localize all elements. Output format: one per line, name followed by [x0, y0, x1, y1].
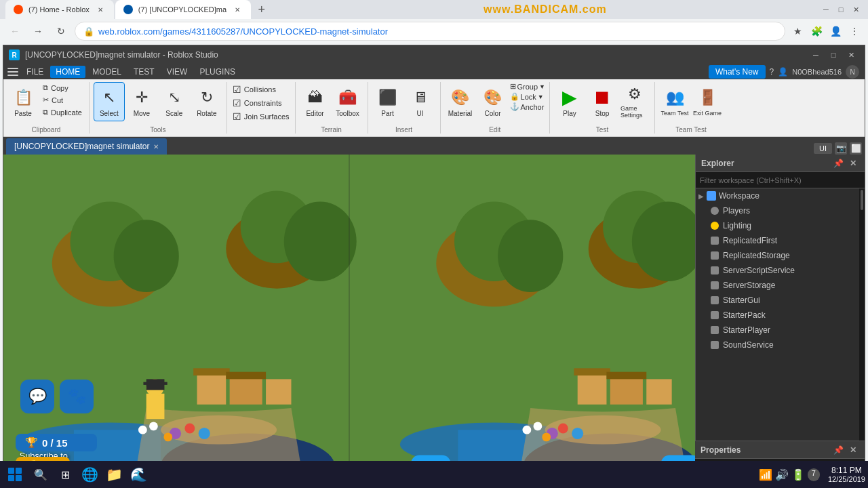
properties-close-icon[interactable]: ✕	[847, 444, 859, 456]
svg-rect-27	[226, 372, 266, 380]
part-button[interactable]: ⬛ Part	[372, 82, 403, 121]
tree-item-starter-pack[interactable]: StarterPack	[696, 308, 859, 323]
taskbar-search[interactable]: 🔍	[30, 464, 52, 485]
paste-button[interactable]: 📋 Paste	[7, 82, 39, 121]
group-button[interactable]: ⊞ Group ▼	[510, 82, 546, 91]
start-button[interactable]	[3, 462, 27, 487]
tree-item-starter-gui[interactable]: StarterGui	[696, 293, 859, 308]
notification-badge[interactable]: 7	[808, 468, 820, 481]
browser-tab-studio[interactable]: (7) [UNCOPYLOCKED]magnet si... ✕	[115, 0, 251, 19]
close-button[interactable]: ✕	[849, 3, 863, 16]
extension-icon[interactable]: 🧩	[808, 23, 825, 39]
minimize-button[interactable]: ─	[819, 3, 833, 16]
team-test-button[interactable]: 👥 Team Test	[659, 82, 690, 121]
play-button[interactable]: ▶ Play	[554, 82, 585, 121]
scale-button[interactable]: ⤡ Scale	[159, 82, 190, 121]
account-icon[interactable]: 👤	[827, 23, 844, 39]
tree-item-replicated-first[interactable]: ReplicatedFirst	[696, 233, 859, 248]
tab-close-home[interactable]: ✕	[95, 4, 106, 15]
constraints-button[interactable]: ☑ Constraints	[231, 97, 291, 109]
material-button[interactable]: 🎨 Material	[445, 82, 476, 121]
screenshot-icon[interactable]: ⬜	[850, 142, 862, 155]
studio-minimize-btn[interactable]: ─	[808, 47, 824, 62]
server-script-icon	[709, 265, 720, 276]
forward-button[interactable]: →	[28, 22, 47, 41]
tree-item-server-script-service[interactable]: ServerScriptService	[696, 263, 859, 278]
explorer-close-icon[interactable]: ✕	[847, 157, 859, 169]
game-settings-button[interactable]: ⚙ Game Settings	[619, 82, 650, 121]
refresh-button[interactable]: ↻	[52, 22, 71, 41]
team-test-section-label: Team Test	[675, 125, 706, 134]
studio-maximize-btn[interactable]: □	[825, 47, 842, 62]
menu-file[interactable]: FILE	[21, 66, 49, 78]
svg-point-43	[572, 428, 583, 439]
help-icon[interactable]: ?	[770, 67, 774, 77]
editor-button[interactable]: 🏔 Editor	[300, 82, 331, 121]
camera-icon[interactable]: 📷	[835, 142, 847, 155]
menu-model[interactable]: MODEL	[87, 66, 127, 78]
studio-window-controls: ─ □ ✕	[808, 47, 859, 62]
tree-item-sound-service[interactable]: SoundService	[696, 338, 859, 352]
ui-view-button[interactable]: UI	[814, 143, 832, 154]
menu-plugins[interactable]: PLUGINS	[194, 66, 241, 78]
exit-game-button[interactable]: 🚪 Exit Game	[692, 82, 723, 121]
select-button[interactable]: ↖ Select	[94, 82, 125, 121]
ui-label: UI	[417, 110, 424, 117]
copy-button[interactable]: ⧉ Copy	[40, 82, 85, 94]
stop-button[interactable]: ⏹ Stop	[587, 82, 618, 121]
tree-item-starter-player[interactable]: StarterPlayer	[696, 323, 859, 338]
lock-button[interactable]: 🔒 Lock ▼	[510, 92, 546, 101]
ui-button[interactable]: 🖥 UI	[405, 82, 436, 121]
game-viewport[interactable]: 🐦 🏪 🐦 🏪	[3, 155, 695, 488]
tab-close-studio[interactable]: ✕	[232, 4, 243, 15]
address-box[interactable]: 🔒 web.roblox.com/games/4311605287/UNCOPY…	[75, 22, 785, 41]
svg-rect-24	[230, 375, 262, 405]
starter-player-icon	[709, 325, 720, 336]
tab-label-home: (7) Home - Roblox	[28, 5, 90, 14]
explorer-search-input[interactable]	[700, 176, 861, 184]
taskbar-chrome[interactable]: 🌐	[79, 464, 100, 485]
join-surfaces-button[interactable]: ☑ Join Surfaces	[231, 110, 291, 123]
hamburger-menu[interactable]	[6, 65, 20, 79]
menu-icon[interactable]: ⋮	[846, 23, 863, 39]
tree-item-replicated-storage[interactable]: ReplicatedStorage	[696, 248, 859, 263]
whats-new-button[interactable]: What's New	[709, 65, 766, 79]
clipboard-col: ⧉ Copy ✂ Cut ⧉ Duplicate	[40, 82, 85, 118]
tree-item-workspace[interactable]: ▶ Workspace	[696, 188, 859, 203]
account-link-icon[interactable]: 👤	[778, 67, 788, 77]
anchor-button[interactable]: ⚓ Anchor	[510, 102, 546, 111]
properties-pin-icon[interactable]: 📌	[832, 444, 844, 456]
cut-button[interactable]: ✂ Cut	[40, 94, 85, 106]
doc-tab-main[interactable]: [UNCOPYLOCKED]magnet simulator ✕	[6, 138, 167, 155]
explorer-scrollbar[interactable]	[859, 188, 865, 441]
doc-tab-close[interactable]: ✕	[153, 143, 159, 150]
taskbar-file-explorer[interactable]: 📁	[103, 464, 125, 485]
taskbar-task-view[interactable]: ⊞	[54, 464, 76, 485]
bookmark-icon[interactable]: ★	[789, 23, 806, 39]
color-button[interactable]: 🎨 Color	[477, 82, 509, 121]
menu-test[interactable]: TEST	[128, 66, 160, 78]
taskbar-edge[interactable]: 🌊	[127, 464, 149, 485]
window-controls: ─ □ ✕	[819, 3, 863, 16]
studio-app-icon: R	[9, 49, 20, 60]
svg-rect-25	[266, 379, 291, 404]
move-button[interactable]: ✛ Move	[126, 82, 157, 121]
tree-item-server-storage[interactable]: ServerStorage	[696, 278, 859, 293]
browser-tab-home[interactable]: (7) Home - Roblox ✕	[5, 0, 114, 19]
new-tab-button[interactable]: +	[252, 0, 271, 19]
back-button[interactable]: ←	[5, 22, 24, 41]
lock-icon: 🔒	[510, 92, 519, 101]
explorer-pin-icon[interactable]: 📌	[832, 157, 844, 169]
tree-item-lighting[interactable]: Lighting	[696, 218, 859, 233]
duplicate-button[interactable]: ⧉ Duplicate	[40, 106, 85, 118]
rotate-button[interactable]: ↻ Rotate	[191, 82, 222, 121]
maximize-button[interactable]: □	[834, 3, 848, 16]
collisions-button[interactable]: ☑ Collisions	[231, 83, 291, 96]
tree-item-players[interactable]: Players	[696, 203, 859, 218]
tools-inner: ↖ Select ✛ Move ⤡ Scale ↻ Rotate	[94, 82, 222, 125]
menu-view[interactable]: VIEW	[161, 66, 193, 78]
toolbox-button[interactable]: 🧰 Toolbox	[332, 82, 363, 121]
select-label: Select	[100, 110, 119, 117]
studio-close-btn[interactable]: ✕	[843, 47, 859, 62]
menu-home[interactable]: HOME	[50, 66, 85, 78]
